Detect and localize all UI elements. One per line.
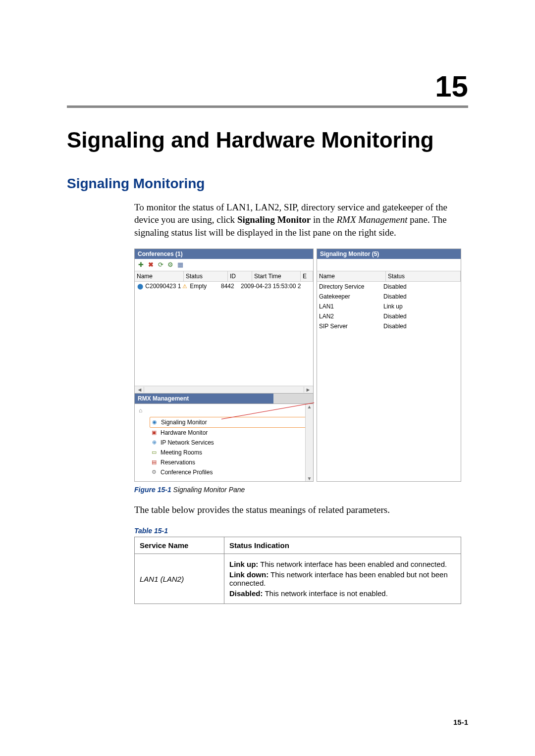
conferences-body: ⬤ C20090423 1 ⚠ Empty 8442 2009-04-23 15… [135, 282, 313, 386]
rmx-management-header: RMX Management [135, 393, 313, 404]
chapter-title: Signaling and Hardware Monitoring [67, 128, 468, 153]
rmx-item-label: Meeting Rooms [160, 449, 202, 456]
figure-label: Figure 15-1 [134, 486, 171, 494]
left-pane: Conferences (1) ✚ ✖ ⟳ ⚙ ▦ Name Status ID… [134, 249, 314, 482]
conferences-column-headers: Name Status ID Start Time E [135, 271, 313, 282]
status-indication-cell: Link up: This network interface has been… [224, 554, 461, 604]
status-line: Link up: This network interface has been… [229, 560, 456, 568]
sig-status: Disabled [383, 323, 459, 330]
sig-name: Gatekeeper [319, 293, 383, 300]
sig-name: LAN2 [319, 313, 383, 320]
rmx-item-label: Conference Profiles [160, 469, 213, 476]
status-bold: Link down: [229, 570, 268, 579]
delete-icon[interactable]: ✖ [147, 261, 155, 269]
conference-profiles-icon: ⚙ [151, 469, 158, 476]
conf-id: 8442 [221, 283, 241, 290]
table-row: LAN1 (LAN2) Link up: This network interf… [135, 554, 461, 604]
signaling-row[interactable]: LAN2 Disabled [317, 311, 461, 321]
vertical-scrollbar[interactable]: ▲ ▼ [305, 404, 313, 481]
signaling-column-headers: Name Status [317, 271, 461, 282]
sig-col-name[interactable]: Name [317, 271, 386, 281]
conference-row[interactable]: ⬤ C20090423 1 ⚠ Empty 8442 2009-04-23 15… [135, 282, 313, 291]
figure-text: Signaling Monitor Pane [173, 486, 245, 494]
sig-status: Disabled [383, 283, 459, 290]
table-caption: Table 15-1 [134, 527, 468, 535]
page-number: 15-1 [453, 718, 468, 726]
rmx-item-meeting-rooms[interactable]: ▭ Meeting Rooms [150, 448, 311, 457]
signaling-monitor-pane: Signaling Monitor (5) Name Status Direct… [317, 249, 461, 482]
conf-status: Empty [190, 283, 207, 290]
rmx-item-conference-profiles[interactable]: ⚙ Conference Profiles [150, 467, 311, 477]
status-line: Link down: This network interface has be… [229, 570, 456, 587]
rmx-item-signaling-monitor[interactable]: ◉ Signaling Monitor [150, 417, 311, 428]
ip-network-icon: ⊕ [151, 439, 158, 446]
status-rest: This network interface is not enabled. [263, 589, 388, 598]
status-rest: This network interface has been enabled … [258, 560, 447, 568]
meeting-rooms-icon: ▭ [151, 449, 158, 456]
status-line: Disabled: This network interface is not … [229, 589, 456, 598]
signaling-row[interactable]: Gatekeeper Disabled [317, 292, 461, 302]
sig-status: Disabled [383, 293, 459, 300]
col-name[interactable]: Name [135, 271, 184, 281]
rmx-tab-divider [273, 394, 313, 403]
col-status[interactable]: Status [184, 271, 228, 281]
status-bold: Disabled: [229, 589, 263, 598]
after-figure-text: The table below provides the status mean… [134, 504, 468, 516]
warning-icon: ⚠ [181, 283, 188, 290]
rmx-item-ip-network-services[interactable]: ⊕ IP Network Services [150, 438, 311, 448]
intro-bold: Signaling Monitor [237, 214, 311, 225]
conf-start: 2009-04-23 15:53:00 2 [241, 283, 311, 290]
signaling-monitor-header: Signaling Monitor (5) [317, 249, 461, 259]
col-start-time[interactable]: Start Time [252, 271, 301, 281]
signaling-body: Directory Service Disabled Gatekeeper Di… [317, 282, 461, 331]
home-icon[interactable]: ⌂ [139, 407, 311, 414]
scroll-right-icon[interactable]: ► [304, 387, 312, 393]
rmx-management-body: ⌂ ◉ Signaling Monitor ▣ Hardware Monitor… [135, 404, 313, 481]
figure-text-inner: Signaling Monitor Pane [173, 486, 245, 494]
sig-status: Disabled [383, 313, 459, 320]
status-table: Service Name Status Indication LAN1 (LAN… [134, 537, 461, 604]
figure-caption: Figure 15-1 Signaling Monitor Pane [134, 486, 461, 494]
rmx-item-reservations[interactable]: ▤ Reservations [150, 457, 311, 467]
status-bold: Link up: [229, 560, 258, 568]
settings-icon[interactable]: ⚙ [166, 261, 174, 269]
intro-paragraph: To monitor the status of LAN1, LAN2, SIP… [134, 201, 468, 239]
rmx-item-label: Reservations [160, 459, 195, 466]
rmx-item-label: IP Network Services [160, 439, 214, 446]
chapter-number: 15 [67, 69, 468, 103]
sig-name: LAN1 [319, 303, 383, 310]
section-title: Signaling Monitoring [67, 176, 468, 192]
col-id[interactable]: ID [228, 271, 252, 281]
rmx-item-label: Hardware Monitor [160, 429, 208, 436]
scroll-up-icon[interactable]: ▲ [307, 404, 312, 409]
grid-icon[interactable]: ▦ [176, 261, 184, 269]
col-e[interactable]: E [301, 271, 313, 281]
sig-col-status[interactable]: Status [386, 271, 461, 281]
new-conference-icon[interactable]: ✚ [137, 261, 145, 269]
intro-mid: in the [311, 214, 336, 225]
th-service-name: Service Name [135, 537, 224, 554]
intro-italic: RMX Management [336, 214, 407, 225]
th-status-indication: Status Indication [224, 537, 461, 554]
conference-icon: ⬤ [137, 283, 144, 290]
scroll-left-icon[interactable]: ◄ [136, 387, 144, 393]
service-name-cell: LAN1 (LAN2) [135, 554, 224, 604]
figure-container: Conferences (1) ✚ ✖ ⟳ ⚙ ▦ Name Status ID… [134, 249, 461, 494]
sig-status: Link up [383, 303, 459, 310]
scroll-down-icon[interactable]: ▼ [307, 476, 312, 481]
conferences-toolbar: ✚ ✖ ⟳ ⚙ ▦ [135, 259, 313, 271]
rmx-title: RMX Management [138, 395, 189, 402]
sig-name: SIP Server [319, 323, 383, 330]
rmx-item-label: Signaling Monitor [161, 419, 207, 426]
signaling-row[interactable]: Directory Service Disabled [317, 282, 461, 292]
signaling-row[interactable]: SIP Server Disabled [317, 321, 461, 331]
conf-name: C20090423 1 [145, 283, 181, 290]
signaling-monitor-icon: ◉ [151, 419, 158, 426]
reservations-icon: ▤ [151, 459, 158, 466]
signaling-row[interactable]: LAN1 Link up [317, 302, 461, 311]
horizontal-scrollbar[interactable]: ◄ ► [135, 386, 313, 393]
rmx-item-hardware-monitor[interactable]: ▣ Hardware Monitor [150, 428, 311, 438]
chapter-rule [67, 105, 468, 108]
refresh-icon[interactable]: ⟳ [157, 261, 164, 269]
hardware-monitor-icon: ▣ [151, 429, 158, 436]
